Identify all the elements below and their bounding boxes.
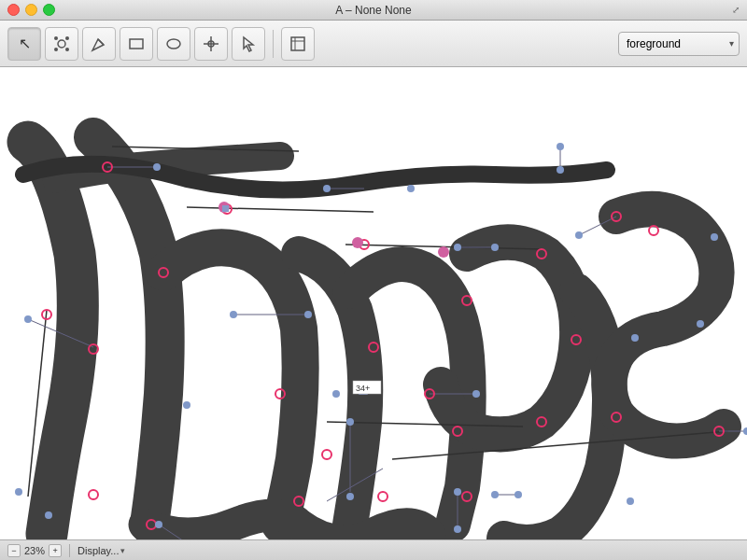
svg-point-70: [491, 244, 499, 251]
svg-point-66: [346, 493, 354, 500]
close-button[interactable]: [7, 4, 20, 16]
svg-text:34+: 34+: [356, 384, 370, 393]
svg-point-92: [438, 246, 449, 258]
svg-point-60: [153, 163, 161, 171]
transform-tool[interactable]: [194, 27, 228, 61]
svg-point-4: [65, 48, 69, 51]
svg-rect-11: [291, 37, 304, 50]
zoom-control: − 23% +: [7, 544, 62, 557]
svg-point-72: [557, 166, 564, 174]
svg-point-7: [167, 39, 180, 49]
resize-icon: ⤢: [732, 5, 740, 15]
svg-point-71: [454, 244, 461, 251]
pen-tool[interactable]: [82, 27, 116, 61]
svg-rect-93: [222, 205, 229, 212]
svg-point-2: [65, 36, 69, 40]
svg-point-61: [323, 185, 331, 192]
rectangle-tool[interactable]: [120, 27, 153, 61]
canvas-svg: 34+: [0, 67, 747, 539]
svg-point-87: [631, 334, 639, 342]
node-tool[interactable]: [45, 27, 78, 61]
svg-point-65: [346, 418, 354, 426]
svg-point-64: [230, 311, 237, 318]
svg-point-76: [514, 491, 522, 498]
window-title: A – None None: [335, 4, 411, 17]
titlebar: A – None None ⤢: [0, 0, 747, 21]
statusbar: − 23% + Display... ▾: [0, 539, 747, 560]
canvas-area[interactable]: 34+: [0, 67, 747, 539]
svg-line-5: [98, 39, 104, 45]
svg-point-74: [575, 231, 583, 239]
svg-point-69: [472, 390, 480, 398]
svg-point-63: [304, 311, 312, 318]
ellipse-tool[interactable]: [157, 27, 190, 61]
zoom-level: 23%: [24, 545, 45, 556]
display-arrow-icon: ▾: [120, 546, 125, 555]
svg-point-68: [454, 525, 461, 533]
svg-point-73: [557, 143, 564, 150]
display-label: Display...: [78, 545, 119, 556]
svg-point-81: [15, 488, 22, 496]
svg-point-88: [697, 320, 704, 328]
svg-point-85: [183, 401, 190, 409]
svg-point-83: [407, 185, 415, 192]
toolbar: ↖ foreground background layer1 ▾: [0, 21, 747, 67]
svg-point-1: [54, 36, 58, 40]
svg-point-77: [491, 491, 499, 498]
svg-point-91: [352, 237, 363, 248]
window-controls: [7, 4, 55, 16]
export-tool[interactable]: [281, 27, 315, 61]
maximize-button[interactable]: [43, 4, 55, 16]
svg-point-0: [58, 40, 65, 48]
svg-rect-6: [130, 39, 143, 49]
selection-tool[interactable]: ↖: [7, 27, 41, 61]
layer-select[interactable]: foreground background layer1: [618, 32, 740, 56]
svg-point-62: [24, 315, 32, 323]
pointer-tool[interactable]: [232, 27, 265, 61]
layer-select-wrapper: foreground background layer1 ▾: [618, 32, 740, 56]
svg-point-89: [45, 511, 52, 519]
toolbar-separator: [273, 30, 274, 58]
zoom-in-button[interactable]: +: [49, 544, 62, 557]
svg-point-84: [711, 233, 718, 241]
svg-point-86: [627, 497, 634, 505]
svg-point-82: [332, 390, 340, 398]
display-selector[interactable]: Display... ▾: [78, 545, 125, 556]
minimize-button[interactable]: [25, 4, 37, 16]
status-separator: [69, 544, 70, 557]
svg-point-67: [454, 488, 461, 496]
zoom-out-button[interactable]: −: [7, 544, 21, 557]
svg-point-79: [155, 521, 162, 528]
svg-point-3: [54, 48, 58, 51]
